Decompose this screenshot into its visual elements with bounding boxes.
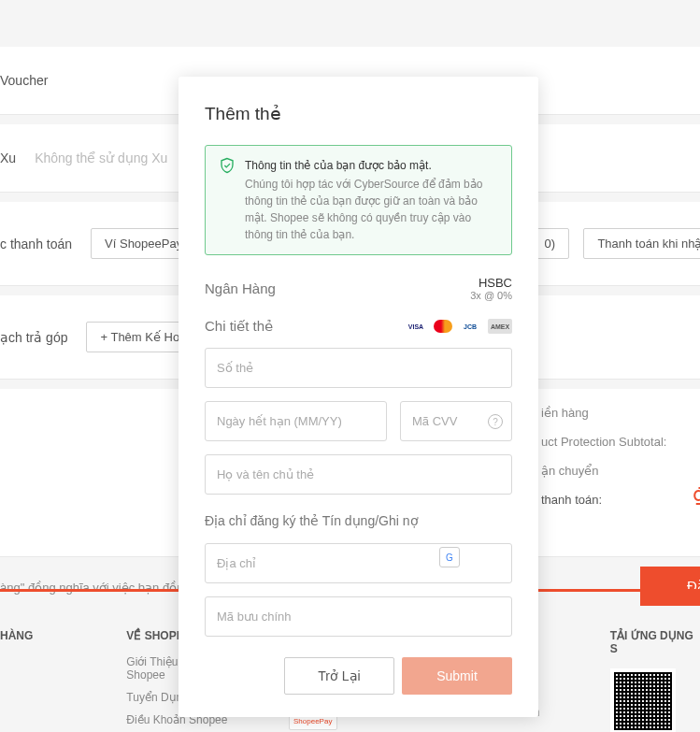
bank-promo: 3x @ 0% xyxy=(470,290,512,301)
card-number-input[interactable] xyxy=(205,348,512,388)
postal-code-input[interactable] xyxy=(205,596,512,637)
shield-icon xyxy=(219,157,236,174)
billing-address-label: Địa chỉ đăng ký thẻ Tín dụng/Ghi nợ xyxy=(205,513,512,528)
amex-card-icon: AMEX xyxy=(488,319,512,334)
security-title: Thông tin thẻ của bạn được bảo mật. xyxy=(245,157,498,174)
bank-label: Ngân Hàng xyxy=(205,280,276,296)
translate-icon[interactable]: G xyxy=(439,547,460,567)
modal-overlay: Thêm thẻ Thông tin thẻ của bạn được bảo … xyxy=(0,0,700,732)
card-details-label: Chi tiết thẻ xyxy=(205,318,273,335)
bank-name: HSBC xyxy=(470,276,512,290)
back-button[interactable]: Trở Lại xyxy=(284,657,394,695)
security-notice: Thông tin thẻ của bạn được bảo mật. Chún… xyxy=(205,145,512,255)
submit-button[interactable]: Submit xyxy=(402,657,512,695)
mastercard-icon xyxy=(434,320,452,333)
security-description: Chúng tôi hợp tác với CyberSource để đảm… xyxy=(245,176,498,243)
cardholder-name-input[interactable] xyxy=(205,454,512,495)
expiry-input[interactable] xyxy=(205,401,387,441)
visa-icon: VISA xyxy=(404,319,428,334)
address-input[interactable] xyxy=(205,543,512,583)
modal-title: Thêm thẻ xyxy=(205,103,512,124)
card-brand-logos: VISA JCB AMEX xyxy=(404,319,512,334)
jcb-icon: JCB xyxy=(458,319,482,334)
add-card-modal: Thêm thẻ Thông tin thẻ của bạn được bảo … xyxy=(179,77,538,717)
help-icon[interactable]: ? xyxy=(488,414,503,429)
